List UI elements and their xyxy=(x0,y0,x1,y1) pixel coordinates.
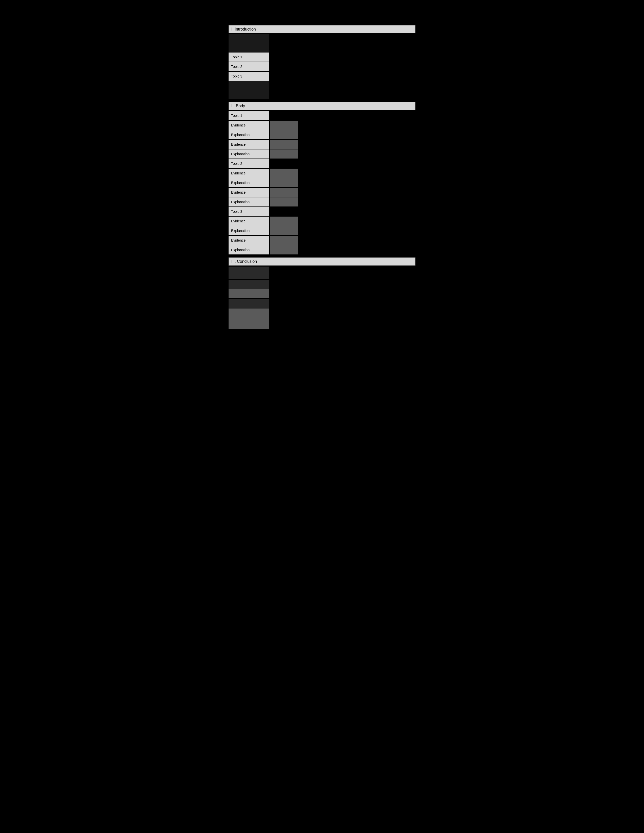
body-t3-evidence1-content xyxy=(270,217,298,226)
body-topic1-label: Topic 1 xyxy=(229,111,269,120)
body-topic1-right xyxy=(269,111,415,120)
body-t2-explanation1-content xyxy=(270,178,298,187)
body-t1-explanation2-content xyxy=(270,150,298,159)
body-t2-evidence2-row: Evidence xyxy=(229,188,415,197)
intro-topic2-row: Topic 2 xyxy=(229,62,415,71)
body-t2-explanation1-label: Explanation xyxy=(229,178,269,187)
body-topic3-row: Topic 3 xyxy=(229,207,415,216)
intro-topic2-content xyxy=(270,62,415,71)
conclusion-row3 xyxy=(229,289,415,298)
conclusion-row4 xyxy=(229,299,415,308)
conclusion-dark2 xyxy=(229,280,269,289)
conclusion-dark3 xyxy=(229,299,269,308)
conclusion-row2 xyxy=(229,280,415,289)
conclusion-gray1 xyxy=(229,289,269,298)
body-t2-evidence2-content xyxy=(270,188,298,197)
intro-dark-row-top xyxy=(229,34,415,52)
intro-topic1-row: Topic 1 xyxy=(229,53,415,61)
body-t2-explanation2-label: Explanation xyxy=(229,198,269,206)
conclusion-title: III. Conclusion xyxy=(231,259,257,264)
introduction-title: I. Introduction xyxy=(231,27,256,31)
body-t3-explanation2-content xyxy=(270,245,298,254)
outline-container: I. Introduction Topic 1 Topic 2 Topic 3 xyxy=(229,25,415,330)
body-topic2-row: Topic 2 xyxy=(229,159,415,168)
body-t1-explanation2-row: Explanation xyxy=(229,150,415,159)
conclusion-right5 xyxy=(269,309,415,329)
conclusion-right2 xyxy=(269,280,415,289)
body-t3-evidence1-label: Evidence xyxy=(229,217,269,226)
body-t3-evidence2-row: Evidence xyxy=(229,236,415,245)
conclusion-dark1 xyxy=(229,267,269,279)
body-t3-evidence2-content xyxy=(270,236,298,245)
intro-topic1-content xyxy=(270,53,415,61)
intro-topic3-row: Topic 3 xyxy=(229,72,415,81)
body-t1-explanation1-label: Explanation xyxy=(229,130,269,139)
body-t3-evidence1-row: Evidence xyxy=(229,217,415,226)
intro-topic1-label: Topic 1 xyxy=(229,53,269,61)
conclusion-right4 xyxy=(269,299,415,308)
conclusion-right3 xyxy=(269,289,415,298)
body-t1-evidence1-row: Evidence xyxy=(229,121,415,130)
intro-dark-cell-top xyxy=(229,34,269,52)
body-t2-evidence2-label: Evidence xyxy=(229,188,269,197)
body-t3-explanation1-content xyxy=(270,226,298,235)
conclusion-header: III. Conclusion xyxy=(229,257,415,265)
body-t3-evidence2-label: Evidence xyxy=(229,236,269,245)
body-topic1-row: Topic 1 xyxy=(229,111,415,120)
intro-dark-row-bottom xyxy=(229,81,415,99)
body-title: II. Body xyxy=(231,104,245,108)
body-t2-evidence1-content xyxy=(270,169,298,178)
body-t2-explanation2-row: Explanation xyxy=(229,198,415,206)
body-t3-explanation2-row: Explanation xyxy=(229,245,415,254)
body-header: II. Body xyxy=(229,102,415,110)
body-t2-evidence1-label: Evidence xyxy=(229,169,269,178)
body-topic2-label: Topic 2 xyxy=(229,159,269,168)
intro-topic3-label: Topic 3 xyxy=(229,72,269,81)
body-t1-evidence2-label: Evidence xyxy=(229,140,269,149)
conclusion-row5 xyxy=(229,309,415,329)
conclusion-row1 xyxy=(229,267,415,279)
body-t2-explanation2-content xyxy=(270,198,298,206)
body-t3-explanation1-row: Explanation xyxy=(229,226,415,235)
body-t3-explanation2-label: Explanation xyxy=(229,245,269,254)
body-content: Topic 1 Evidence Explanation Evidence Ex… xyxy=(229,110,415,256)
body-t1-evidence1-label: Evidence xyxy=(229,121,269,130)
body-t1-evidence2-content xyxy=(270,140,298,149)
introduction-header: I. Introduction xyxy=(229,25,415,33)
body-t1-explanation2-label: Explanation xyxy=(229,150,269,159)
body-t1-explanation1-content xyxy=(270,130,298,139)
body-t2-evidence1-row: Evidence xyxy=(229,169,415,178)
conclusion-gray-large xyxy=(229,309,269,329)
body-t1-evidence1-content xyxy=(270,121,298,130)
intro-topic2-label: Topic 2 xyxy=(229,62,269,71)
body-t3-explanation1-label: Explanation xyxy=(229,226,269,235)
body-t1-explanation1-row: Explanation xyxy=(229,130,415,139)
body-t2-explanation1-row: Explanation xyxy=(229,178,415,187)
body-section: II. Body Topic 1 Evidence Explanation Ev… xyxy=(229,102,415,256)
conclusion-section: III. Conclusion xyxy=(229,257,415,330)
body-topic2-right xyxy=(269,159,415,168)
conclusion-right1 xyxy=(269,267,415,279)
intro-dark-cell-bottom xyxy=(229,81,269,99)
intro-right-bottom xyxy=(269,81,415,99)
body-t1-evidence2-row: Evidence xyxy=(229,140,415,149)
intro-topic3-content xyxy=(270,72,415,81)
introduction-section: I. Introduction Topic 1 Topic 2 Topic 3 xyxy=(229,25,415,100)
conclusion-body xyxy=(229,265,415,330)
body-topic3-label: Topic 3 xyxy=(229,207,269,216)
introduction-body: Topic 1 Topic 2 Topic 3 xyxy=(229,33,415,100)
body-topic3-right xyxy=(269,207,415,216)
intro-right-top xyxy=(269,34,415,52)
